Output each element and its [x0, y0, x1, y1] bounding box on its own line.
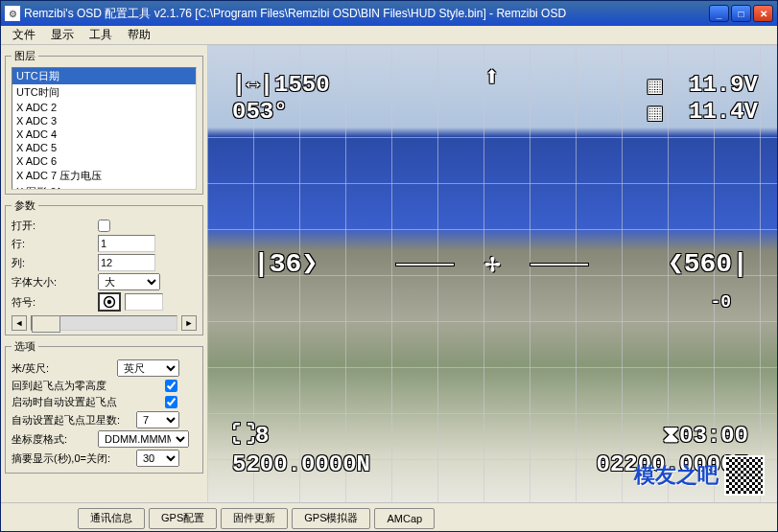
close-button[interactable]: ✕	[753, 5, 773, 22]
zero-alt-checkbox[interactable]	[165, 380, 177, 392]
col-input[interactable]	[98, 254, 155, 271]
list-item[interactable]: X 图形 01	[12, 184, 196, 190]
osd-alt-icon: |↔|	[232, 72, 273, 98]
coord-fmt-label: 坐标度格式:	[12, 432, 98, 447]
zero-alt-label: 回到起飞点为零高度	[12, 379, 165, 393]
osd-heading: 053°	[232, 99, 288, 125]
osd-lat: 5200.0000N	[232, 451, 370, 477]
menu-file[interactable]: 文件	[5, 25, 43, 45]
symbol-input[interactable]	[125, 293, 163, 311]
list-item[interactable]: X ADC 3	[12, 114, 196, 127]
maximize-button[interactable]: □	[731, 5, 751, 22]
summary-label: 摘要显示(秒),0=关闭:	[12, 451, 136, 466]
gps-sim-button[interactable]: GPS模拟器	[292, 508, 370, 529]
auto-home-label: 启动时自动设置起飞点	[12, 395, 165, 409]
watermark: 模友之吧	[634, 455, 765, 496]
unit-label: 米/英尺:	[12, 361, 117, 376]
row-label: 行:	[12, 237, 98, 251]
slider-next[interactable]: ►	[181, 315, 197, 331]
osd-right-val: ❮560|	[668, 246, 748, 279]
list-item[interactable]: UTC时间	[12, 84, 196, 101]
open-label: 打开:	[12, 219, 98, 233]
osd-batt2: 11.4V	[689, 99, 758, 125]
options-group: 选项 米/英尺: 英尺 回到起飞点为零高度 启动时自动设置起飞点 自动设置起飞点…	[5, 339, 203, 474]
params-group: 参数 打开: 行: 列: 字体大小: 大	[5, 198, 203, 335]
font-select[interactable]: 大	[98, 273, 160, 290]
osd-left-val: |36❯	[253, 246, 318, 279]
watermark-text: 模友之吧	[634, 461, 719, 490]
comm-button[interactable]: 通讯信息	[78, 508, 145, 529]
horizon-center-icon: ✢	[484, 253, 501, 276]
battery1-icon: ▦	[648, 72, 662, 100]
layers-listbox[interactable]: UTC日期 UTC时间 X ADC 2 X ADC 3 X ADC 4 X AD…	[12, 67, 197, 190]
sat-label: 自动设置起飞点卫星数:	[12, 413, 136, 428]
gps-config-button[interactable]: GPS配置	[149, 508, 217, 529]
menubar: 文件 显示 工具 帮助	[1, 26, 777, 45]
time-icon: ⧗03:00	[663, 423, 748, 449]
unit-select[interactable]: 英尺	[117, 359, 179, 377]
amcap-button[interactable]: AMCap	[374, 508, 435, 529]
sat-select[interactable]: 7	[136, 411, 179, 428]
titlebar: ⚙ Remzibi's OSD 配置工具 v2.1.76 [C:\Program…	[1, 1, 777, 26]
left-panel: 图层 UTC日期 UTC时间 X ADC 2 X ADC 3 X ADC 4 X…	[1, 45, 207, 502]
list-item[interactable]: X ADC 6	[12, 154, 196, 168]
col-label: 列:	[12, 256, 98, 270]
params-legend: 参数	[12, 198, 38, 213]
firmware-button[interactable]: 固件更新	[221, 508, 288, 529]
osd-batt1: 11.9V	[689, 72, 758, 98]
osd-right-sub: -0	[710, 292, 731, 312]
auto-home-checkbox[interactable]	[165, 396, 177, 408]
osd-preview: |↔| 1550 053° ⬆ ▦ 11.9V ▦ 11.4V |36❯ ✢ ❮…	[207, 45, 777, 502]
window-title: Remzibi's OSD 配置工具 v2.1.76 [C:\Program F…	[24, 6, 709, 22]
coord-fmt-select[interactable]: DDMM.MMMM	[98, 430, 189, 448]
symbol-preview[interactable]: ⦿	[98, 292, 121, 312]
layers-group: 图层 UTC日期 UTC时间 X ADC 2 X ADC 3 X ADC 4 X…	[5, 49, 203, 195]
menu-tools[interactable]: 工具	[82, 25, 120, 45]
home-icon: ⬆	[484, 60, 501, 93]
slider-thumb[interactable]	[32, 315, 60, 333]
layers-legend: 图层	[12, 49, 38, 63]
summary-select[interactable]: 30	[136, 450, 179, 467]
list-item[interactable]: X ADC 5	[12, 141, 196, 154]
horizon-line-right	[530, 264, 588, 266]
list-item[interactable]: UTC日期	[12, 68, 196, 84]
minimize-button[interactable]: _	[709, 5, 729, 22]
horizon-indicator: ✢	[396, 253, 588, 276]
list-item[interactable]: X ADC 2	[12, 101, 196, 114]
symbol-label: 符号:	[12, 295, 98, 310]
options-legend: 选项	[12, 339, 38, 354]
app-icon: ⚙	[5, 6, 20, 21]
list-item[interactable]: X ADC 7 压力电压	[12, 168, 196, 184]
sat-icon: ⛶8	[232, 421, 269, 449]
osd-alt: 1550	[274, 72, 330, 98]
battery2-icon: ▦	[648, 99, 662, 127]
menu-display[interactable]: 显示	[43, 25, 82, 45]
horizon-line-left	[396, 264, 454, 266]
slider-track[interactable]	[31, 315, 177, 331]
row-input[interactable]	[98, 235, 155, 252]
bottom-toolbar: 通讯信息 GPS配置 固件更新 GPS模拟器 AMCap	[1, 502, 777, 532]
font-label: 字体大小:	[12, 275, 98, 289]
open-checkbox[interactable]	[98, 220, 110, 232]
menu-help[interactable]: 帮助	[120, 25, 158, 45]
list-item[interactable]: X ADC 4	[12, 127, 196, 141]
slider-prev[interactable]: ◄	[12, 315, 27, 331]
watermark-qr-icon	[724, 455, 765, 496]
